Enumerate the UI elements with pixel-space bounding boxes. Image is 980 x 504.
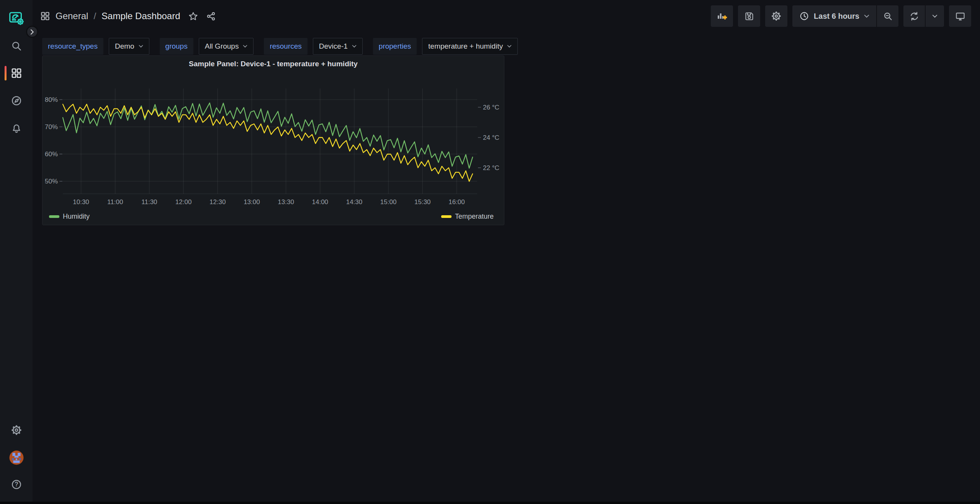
breadcrumb-separator: / — [93, 11, 96, 21]
svg-text:26 °C: 26 °C — [483, 104, 499, 111]
variable-selected-value: All Groups — [205, 42, 239, 51]
timeseries-panel: Sample Panel: Device-1 - temperature + h… — [42, 56, 504, 225]
add-panel-icon — [716, 11, 728, 21]
svg-text:70%: 70% — [45, 123, 58, 131]
svg-text:12:00: 12:00 — [175, 198, 192, 206]
time-range-group: Last 6 hours — [792, 5, 898, 27]
zoom-out-icon — [883, 11, 893, 21]
dashboard-settings-button[interactable] — [765, 5, 787, 27]
sidebar-item-explore[interactable] — [0, 90, 33, 111]
time-range-label: Last 6 hours — [814, 12, 859, 21]
variable-label[interactable]: resources — [264, 38, 307, 55]
svg-text:12:30: 12:30 — [209, 198, 226, 206]
svg-text:15:30: 15:30 — [414, 198, 431, 206]
chart-legend: Humidity Temperature — [43, 209, 504, 224]
share-icon — [206, 11, 216, 21]
variable-selected-value: Demo — [115, 42, 134, 51]
search-icon — [11, 40, 22, 52]
svg-text:16:00: 16:00 — [448, 198, 465, 206]
legend-label: Humidity — [63, 213, 90, 221]
sidebar-item-help[interactable]: ? — [0, 474, 33, 495]
humidity-swatch — [49, 215, 59, 218]
svg-text:22 °C: 22 °C — [483, 164, 499, 172]
svg-text:10:30: 10:30 — [73, 198, 89, 206]
breadcrumb-dashboard-title: Sample Dashboard — [101, 11, 180, 21]
time-range-picker[interactable]: Last 6 hours — [792, 5, 876, 27]
dashboards-grid-icon — [11, 67, 22, 79]
sidebar-item-profile[interactable] — [0, 447, 33, 468]
variable-resources: resources Device-1 — [264, 38, 362, 55]
refresh-interval-button[interactable] — [926, 5, 944, 27]
avatar — [9, 450, 24, 465]
monitor-icon — [955, 11, 965, 21]
chevron-down-icon — [352, 45, 357, 48]
tv-mode-button[interactable] — [949, 5, 971, 27]
save-dashboard-button[interactable] — [738, 5, 760, 27]
gear-icon — [771, 11, 782, 21]
svg-text:24 °C: 24 °C — [483, 134, 499, 141]
breadcrumb: General / Sample Dashboard — [40, 11, 180, 21]
grafana-app: ? General / Sample Dashboard — [0, 0, 980, 504]
svg-text:14:30: 14:30 — [346, 198, 363, 206]
dashboard-variables: resource_types Demo groups All Groups re… — [42, 38, 518, 55]
chevron-down-icon — [864, 15, 869, 18]
chevron-down-icon — [139, 45, 143, 48]
dashboard-grid-icon — [40, 11, 50, 21]
svg-text:13:30: 13:30 — [278, 198, 294, 206]
legend-label: Temperature — [455, 213, 494, 221]
chevron-down-icon — [507, 45, 512, 48]
app-logo-icon — [8, 10, 25, 27]
refresh-button[interactable] — [903, 5, 925, 27]
sidebar: ? — [0, 0, 33, 502]
refresh-icon — [909, 11, 919, 21]
sidebar-item-dashboards[interactable] — [0, 62, 33, 84]
window-bottom-edge — [0, 502, 980, 504]
favorite-star-button[interactable] — [188, 11, 198, 21]
share-button[interactable] — [206, 11, 216, 21]
add-panel-button[interactable] — [711, 5, 733, 27]
variable-label[interactable]: resource_types — [42, 38, 103, 55]
topbar-actions: Last 6 hours — [711, 5, 971, 27]
svg-text:11:00: 11:00 — [107, 198, 123, 206]
save-icon — [744, 11, 754, 21]
chevron-right-icon — [30, 29, 34, 35]
time-zoom-out-button[interactable] — [877, 5, 898, 27]
star-icon — [188, 11, 198, 21]
bell-icon — [11, 123, 22, 134]
app-logo[interactable] — [8, 10, 25, 27]
svg-text:13:00: 13:00 — [244, 198, 260, 206]
compass-icon — [11, 95, 22, 106]
chevron-down-icon — [932, 15, 937, 18]
panel-title[interactable]: Sample Panel: Device-1 - temperature + h… — [43, 56, 504, 72]
refresh-group — [903, 5, 944, 27]
sidebar-item-search[interactable] — [0, 35, 33, 57]
timeseries-chart[interactable]: 10:3011:0011:3012:0012:3013:0013:3014:00… — [43, 73, 504, 209]
variable-properties: properties temperature + humidity — [373, 38, 518, 55]
variable-value-dropdown[interactable]: Demo — [109, 38, 149, 55]
clock-icon — [799, 11, 809, 21]
variable-groups: groups All Groups — [160, 38, 254, 55]
svg-text:80%: 80% — [45, 96, 58, 103]
variable-label[interactable]: properties — [373, 38, 417, 55]
gear-icon — [11, 424, 22, 436]
variable-value-dropdown[interactable]: temperature + humidity — [422, 38, 518, 55]
svg-text:50%: 50% — [45, 178, 58, 185]
sidebar-item-alerting[interactable] — [0, 118, 33, 139]
svg-text:11:30: 11:30 — [141, 198, 157, 206]
variable-selected-value: temperature + humidity — [428, 42, 503, 51]
variable-value-dropdown[interactable]: Device-1 — [313, 38, 363, 55]
variable-value-dropdown[interactable]: All Groups — [199, 38, 254, 55]
legend-item-humidity[interactable]: Humidity — [49, 213, 90, 221]
breadcrumb-folder[interactable]: General — [56, 11, 88, 21]
help-icon: ? — [11, 479, 22, 490]
legend-item-temperature[interactable]: Temperature — [441, 213, 494, 221]
sidebar-item-settings[interactable] — [0, 419, 33, 441]
variable-resource-types: resource_types Demo — [42, 38, 149, 55]
chevron-down-icon — [243, 45, 247, 48]
svg-text:60%: 60% — [45, 151, 58, 158]
variable-label[interactable]: groups — [160, 38, 193, 55]
topbar: General / Sample Dashboard — [33, 0, 980, 32]
svg-text:14:00: 14:00 — [312, 198, 329, 206]
svg-text:15:00: 15:00 — [380, 198, 397, 206]
sidebar-expand-button[interactable] — [26, 26, 38, 38]
